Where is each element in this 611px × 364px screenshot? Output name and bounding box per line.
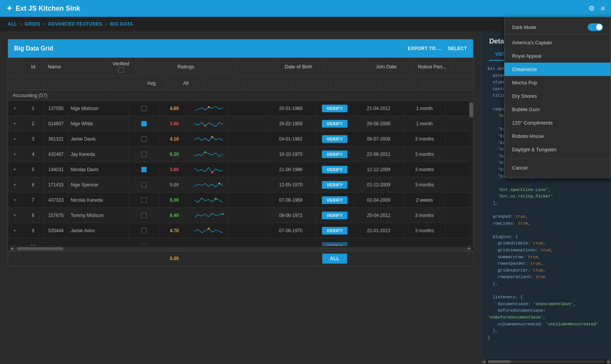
row-rating: 4.70 <box>159 223 190 238</box>
col-subheader-avg[interactable]: Avg <box>136 76 167 90</box>
col-subheader-all[interactable]: All <box>167 76 205 90</box>
dark-mode-toggle[interactable] <box>588 23 603 31</box>
verified-checkbox[interactable] <box>141 213 147 218</box>
col-header-ratings[interactable]: Ratings <box>136 60 236 74</box>
row-verify-action[interactable]: VERIFY <box>316 193 354 207</box>
data-scroll-area[interactable]: ▾ 1 137555 Nige Mishcon 4.60 20-01-1968 … <box>8 101 473 246</box>
row-verify-action[interactable]: VERIFY <box>316 131 354 146</box>
verify-button[interactable]: VERIFY <box>322 135 348 143</box>
verified-checkbox[interactable] <box>141 152 147 157</box>
verify-button[interactable]: VERIFY <box>322 227 348 235</box>
theme-option-dry-shores[interactable]: Dry Shores <box>504 89 611 103</box>
verify-button[interactable]: VERIFY <box>322 166 348 173</box>
verify-button[interactable]: VERIFY <box>322 120 348 128</box>
hscroll-thumb[interactable] <box>17 247 63 250</box>
group-row-accounting[interactable]: Accounting (57) <box>8 90 473 101</box>
breadcrumb-advanced[interactable]: ADVANCED FEATURES <box>48 21 102 27</box>
scroll-left-icon[interactable]: ◀ <box>482 359 486 364</box>
table-row: ▾ 2 014607 Nige White 3.90 26-02-1958 VE… <box>8 116 473 131</box>
row-verify-action[interactable]: VERIFY <box>316 147 354 162</box>
theme-option-creamsicle[interactable]: Creamsicle <box>504 63 611 76</box>
verified-checkbox[interactable] <box>141 182 147 188</box>
row-verify-action[interactable]: VERIFY <box>316 116 354 131</box>
row-expander[interactable]: ▾ <box>8 177 22 192</box>
breadcrumb-bigdata[interactable]: BIG DATA <box>110 21 133 27</box>
row-verify-action[interactable]: VERIFY <box>316 208 354 223</box>
scroll-thumb[interactable] <box>469 102 473 118</box>
row-verified[interactable] <box>129 177 159 192</box>
theme-option-mocha-pop[interactable]: Mocha Pop <box>504 76 611 89</box>
verify-button[interactable]: VERIFY <box>322 242 348 246</box>
row-expander[interactable]: ▾ <box>8 147 22 162</box>
summary-all-btn[interactable]: ALL <box>316 251 354 266</box>
breadcrumb-sep2: › <box>43 21 45 27</box>
right-panel-hscroll-thumb[interactable] <box>488 360 511 363</box>
row-verified[interactable] <box>129 193 159 207</box>
col-header-row2: Avg All <box>8 76 473 90</box>
theme-option-120-compliments[interactable]: 120° Compliments <box>504 116 611 129</box>
breadcrumb-all[interactable]: ALL <box>8 21 17 27</box>
export-button[interactable]: EXPORT TO ... <box>408 46 442 51</box>
verify-button[interactable]: VERIFY <box>322 105 348 112</box>
row-verify-action[interactable]: VERIFY <box>316 162 354 177</box>
col-header-joindate[interactable]: Join Date <box>362 60 411 74</box>
row-verify-action[interactable]: VERIFY <box>316 177 354 192</box>
col-header-verified[interactable]: Verified <box>106 58 136 76</box>
scroll-right-icon[interactable]: ▶ <box>606 359 611 364</box>
row-expander[interactable]: ▾ <box>8 193 22 207</box>
row-expander[interactable]: ▾ <box>8 116 22 131</box>
verified-checkbox[interactable] <box>141 121 147 126</box>
theme-option-roboto-house[interactable]: Roboto House <box>504 129 611 143</box>
row-verified[interactable] <box>129 116 159 131</box>
menu-icon[interactable]: ≡ <box>601 5 605 13</box>
row-verified[interactable] <box>129 162 159 177</box>
row-verified[interactable] <box>129 208 159 223</box>
code-line: }, <box>488 328 605 335</box>
select-button[interactable]: SELECT <box>448 46 467 51</box>
verified-checkbox[interactable] <box>141 228 147 233</box>
theme-option-daylight-tungsten[interactable]: Daylight & Tungsten <box>504 143 611 156</box>
theme-option-bubble-gum[interactable]: Bubble Gum <box>504 103 611 116</box>
row-expander[interactable]: ▾ <box>8 101 22 116</box>
verified-checkbox[interactable] <box>141 197 147 203</box>
scroll-left-button[interactable]: ◀ <box>10 246 14 251</box>
verified-checkbox[interactable] <box>141 106 147 111</box>
row-verified[interactable] <box>129 131 159 146</box>
cancel-button[interactable]: Cancel <box>504 161 611 175</box>
right-panel-scrollbar[interactable]: ◀ ▶ <box>482 359 611 364</box>
col-header-name[interactable]: Name <box>45 60 106 74</box>
row-expander[interactable]: ▾ <box>8 162 22 177</box>
scroll-right-button[interactable]: ▶ <box>467 246 472 251</box>
all-button[interactable]: ALL <box>322 254 347 264</box>
verify-button[interactable]: VERIFY <box>322 181 348 189</box>
col-header-notice[interactable]: Notice Peri... <box>411 60 453 74</box>
row-expander[interactable]: ▾ <box>8 208 22 223</box>
row-expander[interactable]: ▾ <box>8 238 22 246</box>
code-line: gridexporter: true, <box>488 267 605 274</box>
row-verified[interactable] <box>129 223 159 238</box>
hscroll-track[interactable] <box>14 247 467 250</box>
row-verified[interactable] <box>129 101 159 116</box>
theme-option-americas-captain[interactable]: America's Captain <box>504 36 611 49</box>
verified-checkbox[interactable] <box>141 167 147 172</box>
verify-button[interactable]: VERIFY <box>322 212 348 219</box>
settings-icon[interactable]: ⚙ <box>588 4 595 13</box>
verified-checkbox[interactable] <box>141 136 147 142</box>
row-verify-action[interactable]: VERIFY <box>316 101 354 116</box>
row-id: 137555 <box>45 101 68 116</box>
vertical-scrollbar[interactable] <box>469 101 473 246</box>
row-verify-action[interactable]: VERIFY <box>316 223 354 238</box>
horizontal-scrollbar[interactable]: ◀ ▶ <box>8 246 473 251</box>
row-expander[interactable]: ▾ <box>8 131 22 146</box>
row-rating: 3.80 <box>159 162 190 177</box>
col-header-dob[interactable]: Date of Birth <box>274 60 323 74</box>
verify-button[interactable]: VERIFY <box>322 196 348 204</box>
row-expander[interactable]: ▾ <box>8 223 22 238</box>
theme-option-royal-appeal[interactable]: Royal Appeal <box>504 49 611 63</box>
verified-header-checkbox[interactable] <box>118 67 124 73</box>
col-header-id[interactable]: Id <box>22 60 45 74</box>
verified-checkbox[interactable] <box>141 243 147 246</box>
verify-button[interactable]: VERIFY <box>322 150 348 158</box>
breadcrumb-grids[interactable]: GRIDS <box>25 21 40 27</box>
row-verified[interactable] <box>129 147 159 162</box>
